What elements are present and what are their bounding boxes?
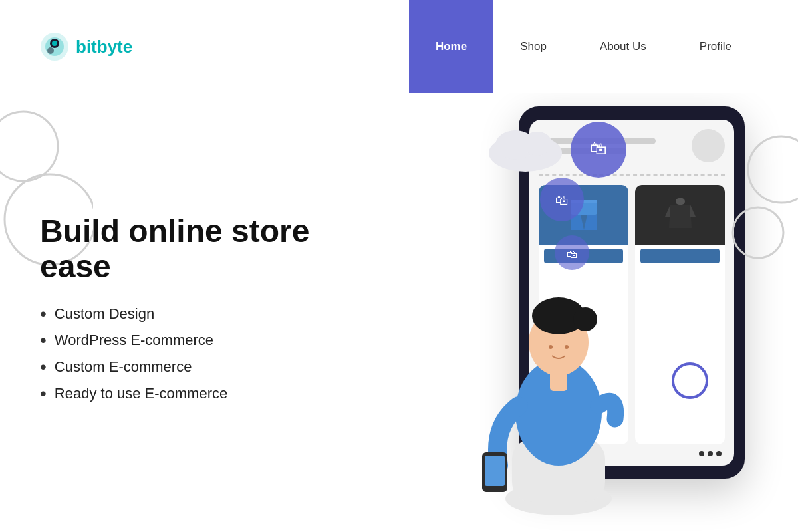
svg-text:🛍: 🛍: [567, 249, 577, 260]
dot-2: [708, 451, 713, 456]
svg-rect-33: [676, 198, 685, 205]
svg-text:🛍: 🛍: [555, 193, 569, 207]
bag-bubbles: 🛍 🛍 🛍: [512, 113, 645, 286]
feature-item-3: Custom E-commerce: [40, 358, 372, 376]
nav-home[interactable]: Home: [409, 0, 493, 93]
left-section: Build online store ease Custom Design Wo…: [40, 214, 372, 411]
small-blue-circle: [672, 362, 708, 399]
feature-item-2: WordPress E-commerce: [40, 331, 372, 350]
svg-point-3: [52, 41, 57, 46]
illustration-area: 🛍 🛍 🛍: [372, 93, 758, 532]
navbar: bitbyte Home Shop About Us Profile: [0, 0, 798, 93]
feature-item-1: Custom Design: [40, 305, 372, 323]
nav-links: Home Shop About Us Profile: [409, 0, 758, 93]
nav-profile[interactable]: Profile: [673, 0, 758, 93]
feature-list: Custom Design WordPress E-commerce Custo…: [40, 305, 372, 403]
svg-rect-28: [550, 371, 567, 391]
svg-point-4: [47, 47, 54, 54]
feature-item-4: Ready to use E-commerce: [40, 384, 372, 403]
dot-1: [699, 451, 704, 456]
svg-marker-34: [669, 205, 692, 228]
logo-text: bitbyte: [76, 37, 132, 57]
logo[interactable]: bitbyte: [40, 32, 132, 61]
svg-point-25: [565, 345, 569, 349]
nav-shop[interactable]: Shop: [493, 0, 573, 93]
nav-about[interactable]: About Us: [573, 0, 673, 93]
main-content: Build online store ease Custom Design Wo…: [0, 93, 798, 532]
svg-marker-35: [665, 205, 670, 217]
svg-rect-27: [485, 456, 505, 486]
hero-title: Build online store ease: [40, 214, 372, 285]
logo-icon: [40, 32, 69, 61]
dot-3: [716, 451, 722, 456]
svg-point-23: [573, 307, 597, 331]
svg-point-24: [549, 345, 553, 349]
tablet-avatar: [692, 129, 725, 162]
svg-text:🛍: 🛍: [590, 138, 607, 158]
svg-marker-36: [690, 205, 696, 217]
